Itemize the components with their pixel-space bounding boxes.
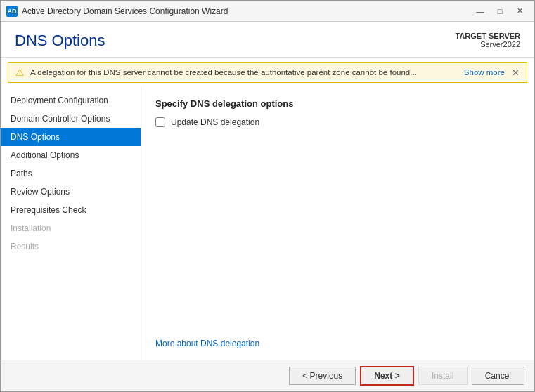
close-button[interactable]: ✕ xyxy=(510,4,529,18)
window-controls: — □ ✕ xyxy=(471,4,529,18)
warning-icon: ⚠ xyxy=(15,67,25,78)
titlebar: AD Active Directory Domain Services Conf… xyxy=(1,1,534,22)
main-panel: Specify DNS delegation options Update DN… xyxy=(141,87,534,360)
page-header: DNS Options TARGET SERVER Server2022 xyxy=(1,22,534,58)
update-dns-label: Update DNS delegation xyxy=(171,117,259,127)
dns-link[interactable]: More about DNS delegation xyxy=(155,339,520,348)
window-title: Active Directory Domain Services Configu… xyxy=(22,6,471,16)
next-button[interactable]: Next > xyxy=(360,366,413,386)
sidebar-item-installation: Installation xyxy=(1,219,141,237)
install-button[interactable]: Install xyxy=(418,367,468,385)
alert-close-button[interactable]: ✕ xyxy=(512,67,520,78)
main-window: AD Active Directory Domain Services Conf… xyxy=(0,0,535,392)
sidebar-item-paths[interactable]: Paths xyxy=(1,164,141,183)
alert-banner: ⚠ A delegation for this DNS server canno… xyxy=(8,62,527,83)
cancel-button[interactable]: Cancel xyxy=(472,367,524,385)
sidebar-item-results: Results xyxy=(1,237,141,256)
footer: < Previous Next > Install Cancel xyxy=(1,360,534,391)
sidebar: Deployment ConfigurationDomain Controlle… xyxy=(1,87,141,360)
sidebar-item-additional-options[interactable]: Additional Options xyxy=(1,146,141,164)
sidebar-item-prerequisites-check[interactable]: Prerequisites Check xyxy=(1,201,141,219)
target-server-name: Server2022 xyxy=(456,40,521,48)
content-area: Deployment ConfigurationDomain Controlle… xyxy=(1,87,534,360)
target-server-info: TARGET SERVER Server2022 xyxy=(456,32,521,48)
app-icon: AD xyxy=(6,6,18,17)
minimize-button[interactable]: — xyxy=(471,4,489,18)
dns-delegation-row: Update DNS delegation xyxy=(155,117,520,127)
sidebar-item-domain-controller-options[interactable]: Domain Controller Options xyxy=(1,110,141,128)
alert-text: A delegation for this DNS server cannot … xyxy=(30,68,460,77)
sidebar-item-review-options[interactable]: Review Options xyxy=(1,183,141,201)
maximize-button[interactable]: □ xyxy=(491,4,509,18)
target-server-label: TARGET SERVER xyxy=(456,32,521,40)
page-title: DNS Options xyxy=(15,32,105,50)
show-more-link[interactable]: Show more xyxy=(464,68,505,77)
section-title: Specify DNS delegation options xyxy=(155,98,520,109)
previous-button[interactable]: < Previous xyxy=(289,367,356,385)
update-dns-checkbox[interactable] xyxy=(155,117,165,127)
sidebar-item-dns-options[interactable]: DNS Options xyxy=(1,128,141,146)
sidebar-item-deployment-configuration[interactable]: Deployment Configuration xyxy=(1,91,141,110)
